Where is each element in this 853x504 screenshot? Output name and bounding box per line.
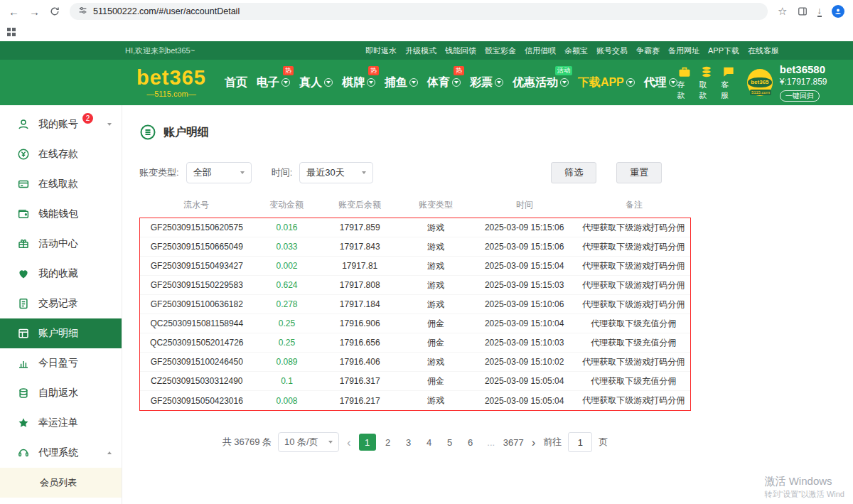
cell-type: 游戏 [399, 395, 472, 407]
download-icon[interactable]: ↓ [817, 6, 822, 17]
withdraw-quick-button[interactable]: 取款 [699, 65, 714, 101]
refresh-icon[interactable] [50, 6, 60, 16]
table-row[interactable]: GF250309151504934270.00217917.81游戏2025-0… [140, 257, 690, 276]
type-select-value: 全部 [193, 166, 212, 179]
nav-item-label: 捕鱼 [385, 75, 407, 90]
prev-page-button[interactable]: ‹ [345, 436, 353, 449]
chevron-down-icon [495, 78, 503, 87]
page-button-3677[interactable]: 3677 [503, 434, 524, 451]
page-button-2[interactable]: 2 [380, 434, 397, 451]
sidebar: 我的账号2在线存款在线取款钱能钱包活动中心我的收藏交易记录账户明细今日盈亏自助返… [0, 105, 122, 504]
cell-amount: 0.016 [254, 222, 321, 232]
nav-item-代理[interactable]: 代理 [644, 75, 677, 90]
topbar-link[interactable]: 信用借呗 [525, 45, 556, 56]
topbar-link[interactable]: 在线客服 [748, 45, 779, 56]
bookmark-star-icon[interactable]: ☆ [778, 5, 787, 18]
nav-item-下载APP[interactable]: 下载APP [578, 75, 635, 90]
sidebar-item-label: 交易记录 [38, 297, 78, 310]
site-logo[interactable]: bet365 —5115.com— [136, 68, 206, 98]
nav-item-label: 优惠活动 [513, 75, 558, 90]
table-row[interactable]: GF250309151006361820.27817917.184游戏2025-… [140, 295, 690, 314]
topbar-link[interactable]: 骰宝彩金 [485, 45, 516, 56]
topbar-link[interactable]: 钱能回馈 [445, 45, 476, 56]
topbar-link[interactable]: 即时返水 [365, 45, 397, 56]
table-row[interactable]: GF250309151506205750.01617917.859游戏2025-… [140, 218, 690, 237]
topbar-link[interactable]: 升级模式 [405, 45, 436, 56]
time-select[interactable]: 最近30天 [299, 162, 373, 183]
topbar-link[interactable]: 争霸赛 [636, 45, 660, 56]
forward-icon[interactable]: → [29, 6, 40, 18]
table-row[interactable]: GF250309151002464500.08917916.406游戏2025-… [140, 353, 690, 372]
nav-item-体育[interactable]: 体育热 [427, 75, 461, 90]
page-title-row: 账户明细 [139, 124, 836, 141]
sidebar-item-在线取款[interactable]: 在线取款 [0, 169, 122, 199]
cell-balance: 17917.184 [320, 299, 399, 309]
nav-item-首页[interactable]: 首页 [225, 75, 247, 90]
topbar-link[interactable]: APP下载 [708, 45, 739, 56]
sidebar-item-我的账号[interactable]: 我的账号2 [0, 109, 122, 139]
next-page-button[interactable]: › [530, 436, 537, 449]
cell-time: 2025-03-09 15:10:04 [472, 318, 577, 328]
cell-note: 代理获取下级游戏打码分佣 [576, 241, 690, 253]
page-button-1[interactable]: 1 [359, 434, 376, 451]
deposit-quick-button[interactable]: 存款 [677, 65, 692, 101]
nav-item-优惠活动[interactable]: 优惠活动活动 [513, 75, 569, 90]
header-right: 存款 取款 客服 bet365 5115.com bet36580 ¥:1791… [677, 63, 827, 102]
cell-id: CZ25030915030312490 [140, 376, 254, 386]
page-button-5[interactable]: 5 [441, 434, 458, 451]
sidebar-item-活动中心[interactable]: 活动中心 [0, 229, 122, 259]
sidebar-item-今日盈亏[interactable]: 今日盈亏 [0, 348, 122, 378]
table-row[interactable]: GF250309151502295830.62417917.808游戏2025-… [140, 276, 690, 295]
page-button-6[interactable]: 6 [462, 434, 479, 451]
topbar-link[interactable]: 备用网址 [668, 45, 699, 56]
reset-button[interactable]: 重置 [616, 162, 662, 183]
sidebar-item-账户明细[interactable]: 账户明细 [0, 318, 122, 348]
side-panel-icon[interactable] [798, 6, 808, 16]
main-nav: 首页电子热真人棋牌热捕鱼体育热彩票优惠活动活动下载APP代理 [225, 75, 677, 90]
nav-item-电子[interactable]: 电子热 [257, 75, 290, 90]
site-info-icon[interactable] [78, 5, 87, 18]
sidebar-item-会员列表[interactable]: 会员列表 [0, 468, 122, 498]
cell-id: GF25030915050423016 [140, 396, 254, 406]
nav-item-棋牌[interactable]: 棋牌热 [342, 75, 375, 90]
goto-page-input[interactable] [568, 432, 592, 452]
sidebar-item-钱能钱包[interactable]: 钱能钱包 [0, 199, 122, 229]
table-row[interactable]: QC250309150520147260.2517916.656佣金2025-0… [140, 333, 690, 353]
username: bet36580 [780, 63, 827, 77]
back-icon[interactable]: ← [9, 6, 19, 18]
sidebar-item-代理系统[interactable]: 代理系统 [0, 438, 122, 468]
nav-item-真人[interactable]: 真人 [299, 75, 333, 90]
sidebar-item-自助返水[interactable]: 自助返水 [0, 378, 122, 408]
url-text: 511500222.com/#/user/accountDetail [93, 6, 240, 16]
cell-amount: 0.033 [254, 242, 321, 252]
sidebar-item-我的收藏[interactable]: 我的收藏 [0, 259, 122, 289]
topbar-link[interactable]: 账号交易 [596, 45, 628, 56]
nav-item-label: 彩票 [470, 75, 493, 90]
table-row[interactable]: QC250309150811589440.2517916.906佣金2025-0… [140, 314, 690, 333]
url-bar[interactable]: 511500222.com/#/user/accountDetail [70, 3, 768, 20]
cell-amount: 0.002 [254, 261, 321, 271]
type-select[interactable]: 全部 [186, 162, 252, 183]
page-title: 账户明细 [163, 125, 209, 140]
nav-item-捕鱼[interactable]: 捕鱼 [385, 75, 418, 90]
cell-time: 2025-03-09 15:05:04 [472, 376, 577, 386]
nav-item-彩票[interactable]: 彩票 [470, 75, 503, 90]
profile-avatar[interactable] [832, 5, 844, 18]
apps-grid-icon[interactable] [7, 28, 16, 36]
cell-balance: 17916.317 [320, 376, 399, 386]
sidebar-item-在线存款[interactable]: 在线存款 [0, 139, 122, 169]
table-row[interactable]: GF250309151506650490.03317917.843游戏2025-… [140, 237, 690, 257]
page-button-3[interactable]: 3 [400, 434, 417, 451]
one-key-recall-button[interactable]: 一键回归 [780, 90, 820, 102]
sidebar-item-交易记录[interactable]: 交易记录 [0, 289, 122, 318]
page-button-4[interactable]: 4 [421, 434, 438, 451]
main-content: 账户明细 账变类型: 全部 时间: 最近30天 筛选 重置 [122, 105, 853, 504]
filter-button[interactable]: 筛选 [551, 162, 596, 183]
table-row[interactable]: CZ250309150303124900.117916.317佣金2025-03… [140, 372, 690, 391]
service-quick-button[interactable]: 客服 [721, 65, 736, 101]
table-row[interactable]: GF250309150504230160.00817916.217游戏2025-… [140, 391, 690, 410]
topbar-link[interactable]: 余额宝 [564, 45, 588, 56]
cell-id: QC25030915052014726 [140, 338, 254, 348]
per-page-select[interactable]: 10 条/页 [278, 432, 339, 452]
sidebar-item-幸运注单[interactable]: 幸运注单 [0, 408, 122, 438]
